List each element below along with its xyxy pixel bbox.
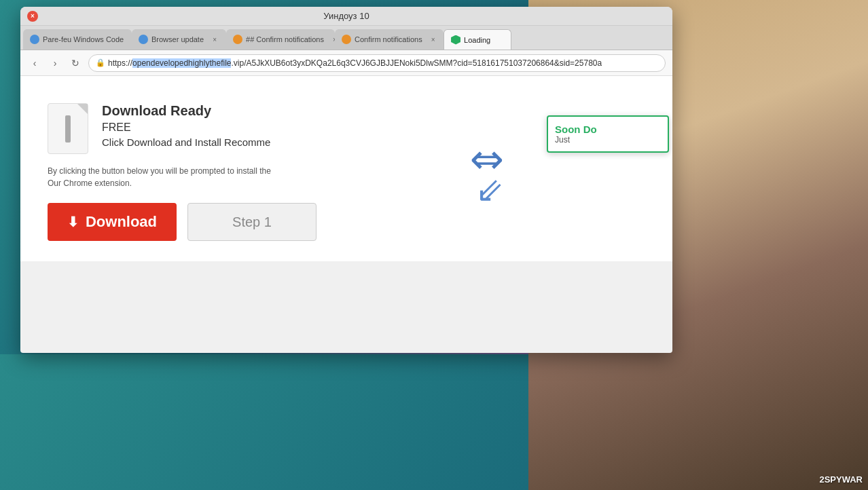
lock-icon: 🔒 xyxy=(96,58,105,67)
arrows-decoration: ⇔ ⇙ xyxy=(462,139,504,207)
tab-label-confirm1: ## Confirm notifications xyxy=(246,35,324,43)
window-title: Уиндоуз 10 xyxy=(323,11,369,21)
tab-label-browser-update: Browser update xyxy=(151,35,204,43)
tab-loading[interactable]: Loading xyxy=(444,29,511,50)
tab-label-loading: Loading xyxy=(464,36,490,44)
browser-window: × Уиндоуз 10 Pare-feu Windows Code × Bro… xyxy=(20,7,672,353)
back-button[interactable]: ‹ xyxy=(27,56,42,71)
download-icon: ⬇ xyxy=(67,214,79,230)
page-content-wrapper: Download Ready FREE Click Download and I… xyxy=(20,76,672,261)
tab-confirm1[interactable]: ## Confirm notifications × xyxy=(226,29,335,50)
forward-button[interactable]: › xyxy=(48,56,62,71)
tab-close-browser-update[interactable]: × xyxy=(210,35,219,44)
title-bar: × Уиндоуз 10 xyxy=(20,7,672,26)
background-teal xyxy=(0,354,543,490)
tab-label-confirm2: Confirm notifications xyxy=(355,35,422,43)
soon-popup-text: Just xyxy=(555,135,661,145)
download-info: Download Ready FREE Click Download and I… xyxy=(102,103,270,148)
tab-icon-browser-update xyxy=(139,35,148,44)
step1-button[interactable]: Step 1 xyxy=(187,203,317,241)
file-icon-inner xyxy=(65,115,71,143)
url-highlight: opendevelopedhighlythefile xyxy=(132,58,231,68)
download-click-label: Click Download and Install Recomme xyxy=(102,136,270,148)
buttons-row: ⬇ Download Step 1 xyxy=(48,203,645,241)
tab-browser-update[interactable]: Browser update × xyxy=(132,29,226,50)
download-button[interactable]: ⬇ Download xyxy=(48,203,177,241)
step1-label: Step 1 xyxy=(232,214,272,230)
download-ready-label: Download Ready xyxy=(102,103,270,119)
tab-icon-confirm2 xyxy=(342,35,351,44)
soon-popup-title: Soon Do xyxy=(555,124,661,135)
download-disclaimer: By clicking the button below you will be… xyxy=(48,165,645,189)
address-bar[interactable]: 🔒 https://opendevelopedhighlythefile.vip… xyxy=(88,54,666,72)
arrow-blue-1: ⇔ xyxy=(462,139,504,180)
file-icon xyxy=(48,103,88,154)
tab-confirm2[interactable]: Confirm notifications × xyxy=(335,29,444,50)
tab-icon-parefeu xyxy=(30,35,39,44)
tab-parefeu[interactable]: Pare-feu Windows Code × xyxy=(23,29,132,50)
tab-bar: Pare-feu Windows Code × Browser update ×… xyxy=(20,26,672,50)
soon-download-popup: Soon Do Just xyxy=(547,115,669,153)
refresh-button[interactable]: ↻ xyxy=(68,56,83,71)
download-button-label: Download xyxy=(86,213,157,231)
tab-icon-confirm1 xyxy=(233,35,242,44)
tab-icon-loading xyxy=(451,35,460,45)
tab-close-confirm1[interactable]: × xyxy=(330,35,335,44)
close-button[interactable]: × xyxy=(27,11,38,22)
url-text: https://opendevelopedhighlythefile.vip/A… xyxy=(108,58,602,68)
watermark: 2SPYWAR xyxy=(819,474,863,485)
tab-close-confirm2[interactable]: × xyxy=(429,35,438,44)
tab-label-parefeu: Pare-feu Windows Code xyxy=(43,35,124,43)
download-free-label: FREE xyxy=(102,121,270,134)
address-bar-container: ‹ › ↻ 🔒 https://opendevelopedhighlythefi… xyxy=(20,50,672,76)
